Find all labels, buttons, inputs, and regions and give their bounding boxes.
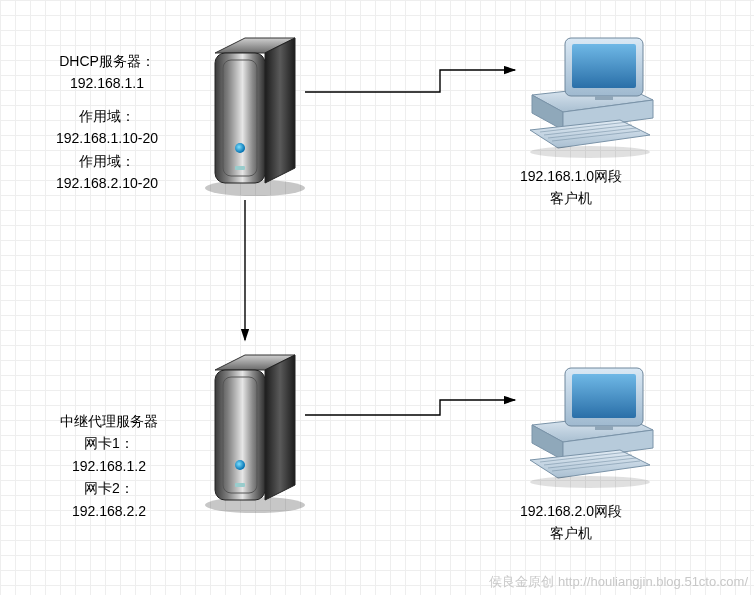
svg-rect-13 [235, 483, 245, 487]
relay-nic2-label: 网卡2： [60, 477, 158, 499]
client2-label: 192.168.2.0网段 客户机 [520, 500, 622, 545]
client2-line1: 192.168.2.0网段 [520, 500, 622, 522]
watermark: 侯良金原创 http://houliangjin.blog.51cto.com/ [489, 573, 748, 591]
relay-server-icon [195, 335, 315, 515]
relay-server-label: 中继代理服务器 网卡1： 192.168.1.2 网卡2： 192.168.2.… [60, 410, 158, 522]
svg-marker-20 [530, 120, 650, 148]
svg-rect-19 [595, 96, 613, 100]
client1-label: 192.168.1.0网段 客户机 [520, 165, 622, 210]
dhcp-ip: 192.168.1.1 [56, 72, 158, 94]
dhcp-scope2-label: 作用域： [56, 150, 158, 172]
svg-rect-31 [595, 426, 613, 430]
svg-marker-32 [530, 450, 650, 478]
client1-pc-icon [510, 30, 670, 160]
dhcp-scope1-label: 作用域： [56, 105, 158, 127]
relay-nic2-ip: 192.168.2.2 [60, 500, 158, 522]
svg-marker-9 [265, 355, 295, 500]
svg-rect-30 [572, 374, 636, 418]
svg-point-5 [235, 143, 245, 153]
svg-point-25 [530, 146, 650, 158]
dhcp-server-icon [195, 18, 315, 198]
dhcp-scope2-range: 192.168.2.10-20 [56, 172, 158, 194]
client1-line1: 192.168.1.0网段 [520, 165, 622, 187]
relay-nic1-ip: 192.168.1.2 [60, 455, 158, 477]
client1-line2: 客户机 [520, 187, 622, 209]
svg-rect-18 [572, 44, 636, 88]
dhcp-title: DHCP服务器： [56, 50, 158, 72]
svg-rect-6 [235, 166, 245, 170]
relay-nic1-label: 网卡1： [60, 432, 158, 454]
client2-line2: 客户机 [520, 522, 622, 544]
svg-point-12 [235, 460, 245, 470]
dhcp-scope1-range: 192.168.1.10-20 [56, 127, 158, 149]
svg-point-37 [530, 476, 650, 488]
client2-pc-icon [510, 360, 670, 490]
relay-title: 中继代理服务器 [60, 410, 158, 432]
dhcp-server-label: DHCP服务器： 192.168.1.1 作用域： 192.168.1.10-2… [56, 50, 158, 194]
svg-marker-2 [265, 38, 295, 183]
